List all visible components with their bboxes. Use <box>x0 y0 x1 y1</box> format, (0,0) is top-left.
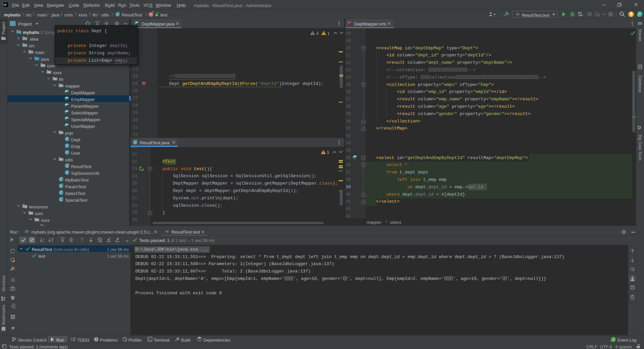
svg-text:a: a <box>43 238 44 240</box>
svg-text:m: m <box>638 20 642 26</box>
svg-text:z: z <box>43 240 44 243</box>
